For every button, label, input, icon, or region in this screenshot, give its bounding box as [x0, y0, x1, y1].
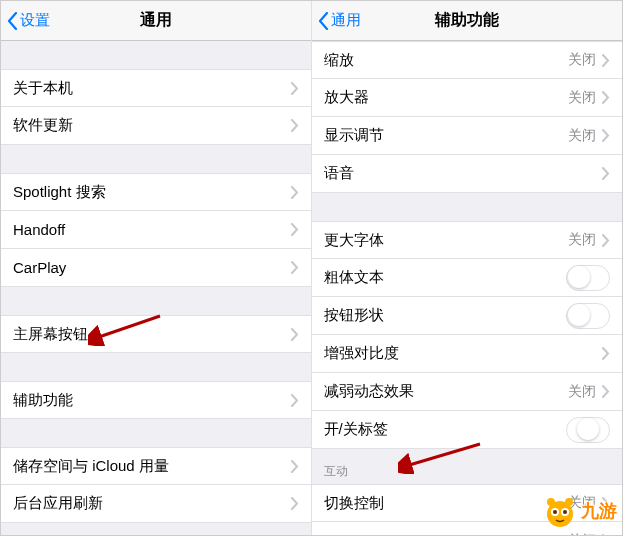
row-label: 按钮形状 — [324, 306, 567, 325]
row-label: 更大字体 — [324, 231, 569, 250]
section-header-interaction: 互动 — [312, 449, 623, 484]
chevron-right-icon — [602, 54, 610, 67]
row-label: AssistiveTouch — [324, 532, 569, 535]
back-button-settings[interactable]: 设置 — [1, 11, 50, 30]
row-value: 关闭 — [568, 51, 596, 69]
chevron-right-icon — [602, 167, 610, 180]
navbar-right: 通用 辅助功能 — [312, 1, 623, 41]
chevron-right-icon — [602, 385, 610, 398]
settings-list-right: 缩放 关闭 放大器 关闭 显示调节 关闭 语音 更大字体 关闭 — [312, 41, 623, 535]
row-carplay[interactable]: CarPlay — [1, 249, 311, 287]
svg-point-8 — [565, 498, 573, 506]
row-label: 辅助功能 — [13, 391, 291, 410]
row-value: 关闭 — [568, 231, 596, 249]
chevron-right-icon — [291, 261, 299, 274]
row-value: 关闭 — [568, 532, 596, 536]
row-button-shapes[interactable]: 按钮形状 — [312, 297, 623, 335]
row-handoff[interactable]: Handoff — [1, 211, 311, 249]
chevron-right-icon — [291, 82, 299, 95]
svg-point-6 — [563, 510, 567, 514]
back-label: 设置 — [20, 11, 50, 30]
row-label: 储存空间与 iCloud 用量 — [13, 457, 291, 476]
row-label: CarPlay — [13, 259, 291, 276]
toggle-bold-text[interactable] — [566, 265, 610, 291]
row-software-update[interactable]: 软件更新 — [1, 107, 311, 145]
toggle-button-shapes[interactable] — [566, 303, 610, 329]
row-magnifier[interactable]: 放大器 关闭 — [312, 79, 623, 117]
right-pane-accessibility: 通用 辅助功能 缩放 关闭 放大器 关闭 显示调节 关闭 语音 — [312, 1, 623, 535]
chevron-right-icon — [602, 534, 610, 535]
chevron-right-icon — [602, 91, 610, 104]
row-home-button[interactable]: 主屏幕按钮 — [1, 315, 311, 353]
row-bold-text[interactable]: 粗体文本 — [312, 259, 623, 297]
back-button-general[interactable]: 通用 — [312, 11, 361, 30]
row-display-accommodations[interactable]: 显示调节 关闭 — [312, 117, 623, 155]
row-onoff-labels[interactable]: 开/关标签 — [312, 411, 623, 449]
row-storage[interactable]: 储存空间与 iCloud 用量 — [1, 447, 311, 485]
watermark-9game: 九游 — [541, 492, 617, 530]
chevron-left-icon — [7, 12, 18, 30]
row-label: 开/关标签 — [324, 420, 567, 439]
row-larger-text[interactable]: 更大字体 关闭 — [312, 221, 623, 259]
svg-point-7 — [547, 498, 555, 506]
chevron-right-icon — [291, 119, 299, 132]
row-about[interactable]: 关于本机 — [1, 69, 311, 107]
chevron-right-icon — [291, 497, 299, 510]
row-label: 关于本机 — [13, 79, 291, 98]
row-label: 缩放 — [324, 51, 569, 70]
chevron-right-icon — [602, 234, 610, 247]
row-label: 后台应用刷新 — [13, 494, 291, 513]
chevron-right-icon — [602, 129, 610, 142]
left-pane-general: 设置 通用 关于本机 软件更新 Spotlight 搜索 Handoff — [1, 1, 312, 535]
row-label: 语音 — [324, 164, 603, 183]
chevron-right-icon — [291, 394, 299, 407]
row-increase-contrast[interactable]: 增强对比度 — [312, 335, 623, 373]
chevron-right-icon — [602, 347, 610, 360]
row-label: 软件更新 — [13, 116, 291, 135]
chevron-left-icon — [318, 12, 329, 30]
row-label: 放大器 — [324, 88, 569, 107]
row-spotlight[interactable]: Spotlight 搜索 — [1, 173, 311, 211]
row-value: 关闭 — [568, 127, 596, 145]
mascot-icon — [541, 492, 579, 530]
chevron-right-icon — [291, 460, 299, 473]
row-reduce-motion[interactable]: 减弱动态效果 关闭 — [312, 373, 623, 411]
chevron-right-icon — [291, 186, 299, 199]
navbar-left: 设置 通用 — [1, 1, 311, 41]
watermark-text: 九游 — [581, 499, 617, 523]
row-label: 增强对比度 — [324, 344, 603, 363]
back-label: 通用 — [331, 11, 361, 30]
row-value: 关闭 — [568, 383, 596, 401]
row-label: Handoff — [13, 221, 291, 238]
row-speech[interactable]: 语音 — [312, 155, 623, 193]
row-label: 切换控制 — [324, 494, 569, 513]
row-background-refresh[interactable]: 后台应用刷新 — [1, 485, 311, 523]
toggle-onoff-labels[interactable] — [566, 417, 610, 443]
chevron-right-icon — [291, 223, 299, 236]
row-label: 主屏幕按钮 — [13, 325, 291, 344]
dual-screenshot-container: 设置 通用 关于本机 软件更新 Spotlight 搜索 Handoff — [0, 0, 623, 536]
settings-list-left: 关于本机 软件更新 Spotlight 搜索 Handoff CarPlay — [1, 41, 311, 535]
row-accessibility[interactable]: 辅助功能 — [1, 381, 311, 419]
row-label: Spotlight 搜索 — [13, 183, 291, 202]
row-label: 显示调节 — [324, 126, 569, 145]
row-label: 粗体文本 — [324, 268, 567, 287]
row-value: 关闭 — [568, 89, 596, 107]
row-label: 减弱动态效果 — [324, 382, 569, 401]
svg-point-4 — [553, 510, 557, 514]
row-zoom[interactable]: 缩放 关闭 — [312, 41, 623, 79]
chevron-right-icon — [291, 328, 299, 341]
